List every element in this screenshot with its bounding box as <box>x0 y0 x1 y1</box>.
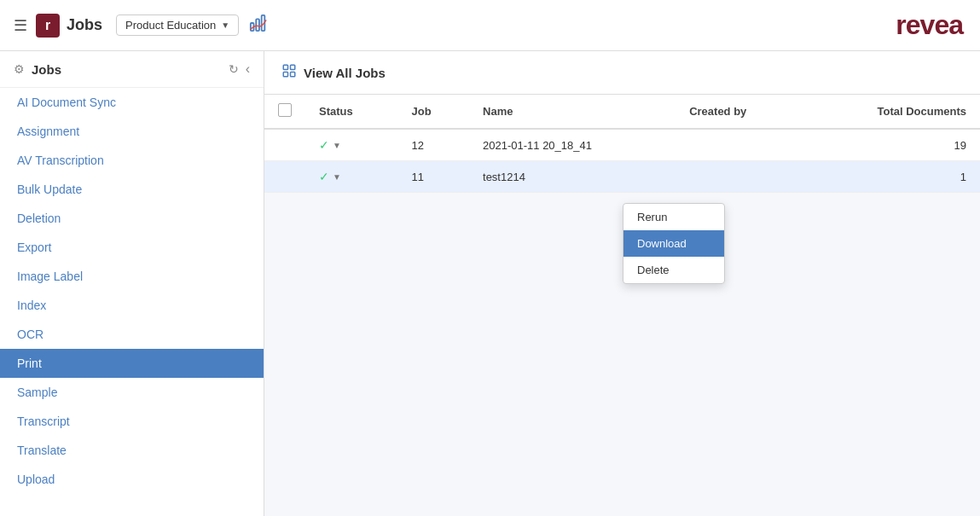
sidebar-item-ocr[interactable]: OCR <box>0 320 264 349</box>
sidebar-item-print[interactable]: Print <box>0 349 264 378</box>
row-total-docs-cell: 1 <box>803 161 980 193</box>
sidebar-item-translate[interactable]: Translate <box>0 436 264 465</box>
table-row: ✓ ▼ 11 test1214 1 <box>264 161 980 193</box>
context-menu-download[interactable]: Download <box>623 230 724 257</box>
settings-icon[interactable] <box>14 62 25 76</box>
context-menu: Rerun Download Delete <box>623 203 725 284</box>
view-all-icon <box>281 63 297 82</box>
row-total-docs-cell: 19 <box>803 129 980 161</box>
select-all-checkbox[interactable] <box>278 103 292 117</box>
sidebar-header: Jobs ↻ ‹ <box>0 51 264 88</box>
chart-icon[interactable] <box>249 14 268 37</box>
row-created-by-cell <box>676 129 803 161</box>
table-row: ✓ ▼ 12 2021-01-11 20_18_41 19 <box>264 129 980 161</box>
row-checkbox-cell <box>264 129 305 161</box>
sidebar-item-upload[interactable]: Upload <box>0 465 264 494</box>
svg-rect-3 <box>283 65 287 69</box>
sidebar-item-bulk-update[interactable]: Bulk Update <box>0 175 264 204</box>
svg-rect-4 <box>291 65 295 69</box>
row-name-cell: test1214 <box>469 161 676 193</box>
sidebar-nav: AI Document Sync Assignment AV Transcrip… <box>0 88 264 516</box>
brand-name: revea <box>896 9 963 41</box>
row-job-cell: 12 <box>398 129 469 161</box>
row-checkbox-cell <box>264 161 305 193</box>
main-header: View All Jobs <box>264 51 980 95</box>
context-menu-rerun[interactable]: Rerun <box>623 204 724 230</box>
context-menu-delete[interactable]: Delete <box>623 257 724 283</box>
product-education-dropdown[interactable]: Product Education ▼ <box>116 14 239 36</box>
col-status: Status <box>305 95 398 129</box>
status-dropdown-icon[interactable]: ▼ <box>333 141 341 150</box>
sidebar-item-deletion[interactable]: Deletion <box>0 204 264 233</box>
col-created-by: Created by <box>676 95 803 129</box>
svg-rect-5 <box>283 72 287 77</box>
view-all-label: View All Jobs <box>304 66 386 80</box>
row-status-cell: ✓ ▼ <box>305 161 398 193</box>
sidebar-item-export[interactable]: Export <box>0 233 264 262</box>
sidebar-item-transcript[interactable]: Transcript <box>0 407 264 436</box>
app-logo: r <box>36 14 60 38</box>
status-check-icon: ✓ <box>319 170 329 183</box>
status-check-icon: ✓ <box>319 138 329 152</box>
col-checkbox <box>264 95 305 129</box>
col-name: Name <box>469 95 676 129</box>
layout: Jobs ↻ ‹ AI Document Sync Assignment AV … <box>0 51 980 516</box>
row-status-cell: ✓ ▼ <box>305 129 398 161</box>
sidebar-item-image-label[interactable]: Image Label <box>0 262 264 291</box>
sidebar-item-av-transcription[interactable]: AV Transcription <box>0 146 264 175</box>
jobs-table: Status Job Name Created by Total Documen… <box>264 95 980 193</box>
svg-rect-1 <box>256 19 259 31</box>
page-title: Jobs <box>67 16 102 34</box>
sidebar-item-ai-document-sync[interactable]: AI Document Sync <box>0 88 264 117</box>
svg-rect-6 <box>291 72 295 77</box>
col-job: Job <box>398 95 469 129</box>
jobs-table-container: Status Job Name Created by Total Documen… <box>264 95 980 193</box>
main-content: View All Jobs Status Job Name Created by… <box>264 51 980 516</box>
sidebar: Jobs ↻ ‹ AI Document Sync Assignment AV … <box>0 51 264 516</box>
row-created-by-cell <box>676 161 803 193</box>
sidebar-item-assignment[interactable]: Assignment <box>0 117 264 146</box>
row-name-cell: 2021-01-11 20_18_41 <box>469 129 676 161</box>
sidebar-item-sample[interactable]: Sample <box>0 378 264 407</box>
sidebar-item-index[interactable]: Index <box>0 291 264 320</box>
sidebar-title: Jobs <box>32 62 222 77</box>
status-dropdown-icon[interactable]: ▼ <box>333 172 341 182</box>
row-job-cell: 11 <box>398 161 469 193</box>
collapse-icon[interactable]: ‹ <box>246 61 250 77</box>
table-header-row: Status Job Name Created by Total Documen… <box>264 95 980 129</box>
refresh-icon[interactable]: ↻ <box>229 62 239 76</box>
header: ☰ r Jobs Product Education ▼ revea <box>0 0 980 51</box>
col-total-docs: Total Documents <box>803 95 980 129</box>
chevron-down-icon: ▼ <box>221 20 229 30</box>
dropdown-label: Product Education <box>125 19 216 32</box>
hamburger-icon[interactable]: ☰ <box>14 16 27 35</box>
